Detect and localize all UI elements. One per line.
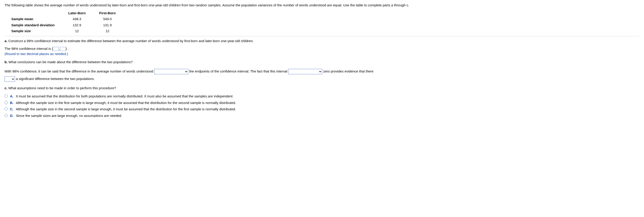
row-label: Sample size (11, 28, 62, 34)
table-header-blank (11, 10, 62, 16)
ci-lower-input[interactable] (53, 47, 59, 51)
option-letter: B. (10, 100, 14, 106)
divider (4, 36, 640, 36)
close-paren: ) (66, 47, 67, 50)
table-row: Sample standard deviation 132.9 131.9 (11, 22, 122, 28)
cell-value: 132.9 (62, 22, 92, 28)
round-note: (Round to two decimal places as needed.) (4, 51, 640, 57)
option-a[interactable]: A. It must be assumed that the distribut… (4, 94, 640, 99)
cell-value: 12 (92, 28, 123, 34)
option-c[interactable]: C. Although the sample size in the secon… (4, 107, 640, 112)
period: . (68, 47, 69, 50)
conclusion-seg4: a significant difference between the two… (16, 77, 94, 81)
option-b[interactable]: B. Although the sample size in the first… (4, 100, 640, 106)
part-b-label: b. (4, 60, 8, 64)
row-label: Sample mean (11, 16, 62, 22)
option-letter: D. (10, 113, 14, 118)
radio-icon[interactable] (4, 114, 8, 117)
cell-value: 131.9 (92, 22, 123, 28)
ci-upper-input[interactable] (60, 47, 66, 51)
ci-prefix: The 98% confidence interval is (4, 47, 51, 50)
dropdown-2[interactable] (288, 69, 322, 74)
dropdown-3[interactable] (4, 76, 15, 82)
conclusion-seg3: zero provides evidence that there (323, 69, 374, 73)
part-a-text: Construct a 98% confidence interval to e… (8, 39, 254, 43)
part-a-label: a. (4, 39, 8, 43)
row-label: Sample standard deviation (11, 22, 62, 28)
radio-icon[interactable] (4, 101, 8, 104)
table-row: Sample size 12 12 (11, 28, 122, 34)
option-d[interactable]: D. Since the sample sizes are large enou… (4, 113, 640, 118)
option-letter: C. (10, 107, 14, 112)
cell-value: 438.3 (62, 16, 92, 22)
dropdown-1[interactable] (154, 69, 188, 74)
option-text: Since the sample sizes are large enough,… (16, 113, 640, 118)
cell-value: 549.0 (92, 16, 123, 22)
part-c: c. What assumptions need to be made in o… (4, 86, 640, 118)
table-header-laterborn: Later-Born (62, 10, 92, 16)
part-b-text: What conclusions can be made about the d… (8, 60, 133, 64)
problem-intro: The following table shows the average nu… (4, 3, 640, 8)
cell-value: 12 (62, 28, 92, 34)
part-a: a. Construct a 98% confidence interval t… (4, 38, 640, 57)
option-text: Although the sample size in the second s… (16, 107, 640, 112)
table-header-firstborn: First-Born (92, 10, 123, 16)
table-row: Sample mean 438.3 549.0 (11, 16, 122, 22)
data-table: Later-Born First-Born Sample mean 438.3 … (11, 10, 122, 34)
conclusion-seg2: the endpoints of the confidence interval… (189, 69, 287, 73)
conclusion-seg1: With 98% confidence, it can be said that… (4, 69, 153, 73)
part-c-text: What assumptions need to be made in orde… (8, 86, 116, 90)
option-text: Although the sample size in the first sa… (16, 100, 640, 106)
radio-icon[interactable] (4, 94, 8, 98)
part-b: b. What conclusions can be made about th… (4, 60, 640, 82)
radio-icon[interactable] (4, 107, 8, 111)
option-letter: A. (10, 94, 14, 99)
option-text: It must be assumed that the distribution… (16, 94, 640, 99)
part-c-label: c. (4, 86, 8, 90)
